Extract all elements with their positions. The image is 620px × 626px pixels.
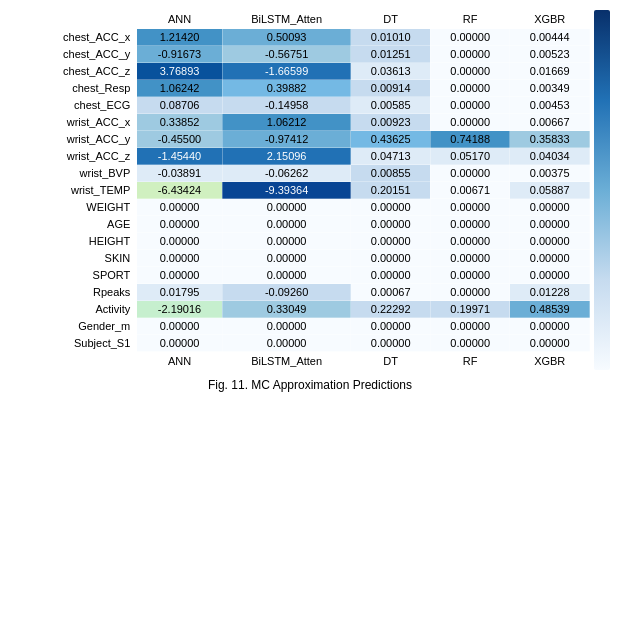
cell-chest_ACC_y-DT: 0.01251 (351, 46, 431, 63)
cell-AGE-ANN: 0.00000 (137, 216, 222, 233)
table-row: chest_ACC_x1.214200.500930.010100.000000… (10, 29, 590, 46)
cell-HEIGHT-BiLSTM_Atten: 0.00000 (222, 233, 351, 250)
cell-chest_ACC_y-ANN: -0.91673 (137, 46, 222, 63)
table-row: Subject_S10.000000.000000.000000.000000.… (10, 335, 590, 352)
table-row: wrist_BVP-0.03891-0.062620.008550.000000… (10, 165, 590, 182)
cell-chest_ACC_z-BiLSTM_Atten: -1.66599 (222, 63, 351, 80)
cell-wrist_BVP-XGBR: 0.00375 (510, 165, 590, 182)
cell-SPORT-ANN: 0.00000 (137, 267, 222, 284)
cell-wrist_TEMP-ANN: -6.43424 (137, 182, 222, 199)
cell-Gender_m-DT: 0.00000 (351, 318, 431, 335)
row-label: chest_Resp (10, 80, 137, 97)
cell-chest_Resp-ANN: 1.06242 (137, 80, 222, 97)
table-row: wrist_ACC_z-1.454402.150960.047130.05170… (10, 148, 590, 165)
cell-wrist_ACC_y-BiLSTM_Atten: -0.97412 (222, 131, 351, 148)
col-header-rf: RF (430, 10, 510, 29)
row-label: chest_ACC_x (10, 29, 137, 46)
footer-col-ann: ANN (137, 352, 222, 371)
row-label: wrist_BVP (10, 165, 137, 182)
cell-wrist_ACC_x-RF: 0.00000 (430, 114, 510, 131)
cell-chest_ECG-RF: 0.00000 (430, 97, 510, 114)
cell-HEIGHT-DT: 0.00000 (351, 233, 431, 250)
cell-wrist_BVP-BiLSTM_Atten: -0.06262 (222, 165, 351, 182)
cell-WEIGHT-BiLSTM_Atten: 0.00000 (222, 199, 351, 216)
cell-wrist_ACC_y-RF: 0.74188 (430, 131, 510, 148)
cell-wrist_ACC_z-DT: 0.04713 (351, 148, 431, 165)
cell-Rpeaks-RF: 0.00000 (430, 284, 510, 301)
cell-SPORT-DT: 0.00000 (351, 267, 431, 284)
footer-corner (10, 352, 137, 371)
cell-Gender_m-RF: 0.00000 (430, 318, 510, 335)
table-row: AGE0.000000.000000.000000.000000.00000 (10, 216, 590, 233)
cell-Subject_S1-ANN: 0.00000 (137, 335, 222, 352)
cell-wrist_ACC_y-XGBR: 0.35833 (510, 131, 590, 148)
cell-wrist_ACC_z-ANN: -1.45440 (137, 148, 222, 165)
footer-col-rf: RF (430, 352, 510, 371)
table-row: Rpeaks0.01795-0.092600.000670.000000.012… (10, 284, 590, 301)
cell-wrist_ACC_x-ANN: 0.33852 (137, 114, 222, 131)
cell-Activity-DT: 0.22292 (351, 301, 431, 318)
table-row: wrist_ACC_x0.338521.062120.009230.000000… (10, 114, 590, 131)
table-row: wrist_TEMP-6.43424-9.393640.201510.00671… (10, 182, 590, 199)
cell-wrist_ACC_z-RF: 0.05170 (430, 148, 510, 165)
cell-Subject_S1-DT: 0.00000 (351, 335, 431, 352)
cell-AGE-BiLSTM_Atten: 0.00000 (222, 216, 351, 233)
table-row: chest_ECG0.08706-0.149580.005850.000000.… (10, 97, 590, 114)
cell-chest_Resp-BiLSTM_Atten: 0.39882 (222, 80, 351, 97)
row-label: chest_ACC_z (10, 63, 137, 80)
cell-chest_ACC_x-DT: 0.01010 (351, 29, 431, 46)
footer-col-dt: DT (351, 352, 431, 371)
cell-chest_ACC_y-BiLSTM_Atten: -0.56751 (222, 46, 351, 63)
cell-chest_ACC_x-RF: 0.00000 (430, 29, 510, 46)
cell-SKIN-ANN: 0.00000 (137, 250, 222, 267)
cell-wrist_ACC_y-DT: 0.43625 (351, 131, 431, 148)
main-container: ANNBiLSTM_AttenDTRFXGBR chest_ACC_x1.214… (10, 10, 610, 370)
row-label: WEIGHT (10, 199, 137, 216)
cell-chest_ACC_z-DT: 0.03613 (351, 63, 431, 80)
table-row: SPORT0.000000.000000.000000.000000.00000 (10, 267, 590, 284)
row-label: wrist_TEMP (10, 182, 137, 199)
cell-wrist_BVP-RF: 0.00000 (430, 165, 510, 182)
cell-wrist_BVP-DT: 0.00855 (351, 165, 431, 182)
row-label: Subject_S1 (10, 335, 137, 352)
cell-wrist_ACC_x-BiLSTM_Atten: 1.06212 (222, 114, 351, 131)
cell-chest_Resp-RF: 0.00000 (430, 80, 510, 97)
footer-col-bilstm_atten: BiLSTM_Atten (222, 352, 351, 371)
cell-Subject_S1-XGBR: 0.00000 (510, 335, 590, 352)
cell-wrist_TEMP-DT: 0.20151 (351, 182, 431, 199)
cell-wrist_ACC_z-XGBR: 0.04034 (510, 148, 590, 165)
cell-Activity-RF: 0.19971 (430, 301, 510, 318)
cell-Activity-BiLSTM_Atten: 0.33049 (222, 301, 351, 318)
row-label: wrist_ACC_y (10, 131, 137, 148)
cell-SKIN-BiLSTM_Atten: 0.00000 (222, 250, 351, 267)
cell-chest_ECG-ANN: 0.08706 (137, 97, 222, 114)
cell-AGE-DT: 0.00000 (351, 216, 431, 233)
cell-chest_ACC_z-ANN: 3.76893 (137, 63, 222, 80)
cell-Activity-XGBR: 0.48539 (510, 301, 590, 318)
row-label: chest_ECG (10, 97, 137, 114)
cell-chest_ECG-DT: 0.00585 (351, 97, 431, 114)
table-row: wrist_ACC_y-0.45500-0.974120.436250.7418… (10, 131, 590, 148)
cell-WEIGHT-DT: 0.00000 (351, 199, 431, 216)
cell-HEIGHT-RF: 0.00000 (430, 233, 510, 250)
cell-wrist_ACC_y-ANN: -0.45500 (137, 131, 222, 148)
cell-Subject_S1-BiLSTM_Atten: 0.00000 (222, 335, 351, 352)
cell-chest_ACC_y-XGBR: 0.00523 (510, 46, 590, 63)
cell-wrist_TEMP-RF: 0.00671 (430, 182, 510, 199)
cell-SPORT-BiLSTM_Atten: 0.00000 (222, 267, 351, 284)
cell-Rpeaks-DT: 0.00067 (351, 284, 431, 301)
cell-WEIGHT-ANN: 0.00000 (137, 199, 222, 216)
table-row: chest_ACC_z3.76893-1.665990.036130.00000… (10, 63, 590, 80)
table-row: WEIGHT0.000000.000000.000000.000000.0000… (10, 199, 590, 216)
cell-chest_ACC_x-XGBR: 0.00444 (510, 29, 590, 46)
cell-wrist_ACC_z-BiLSTM_Atten: 2.15096 (222, 148, 351, 165)
row-label: Activity (10, 301, 137, 318)
cell-SPORT-RF: 0.00000 (430, 267, 510, 284)
row-label: wrist_ACC_z (10, 148, 137, 165)
cell-Gender_m-ANN: 0.00000 (137, 318, 222, 335)
cell-Subject_S1-RF: 0.00000 (430, 335, 510, 352)
row-label: SKIN (10, 250, 137, 267)
cell-Rpeaks-BiLSTM_Atten: -0.09260 (222, 284, 351, 301)
cell-HEIGHT-ANN: 0.00000 (137, 233, 222, 250)
table-row: Gender_m0.000000.000000.000000.000000.00… (10, 318, 590, 335)
